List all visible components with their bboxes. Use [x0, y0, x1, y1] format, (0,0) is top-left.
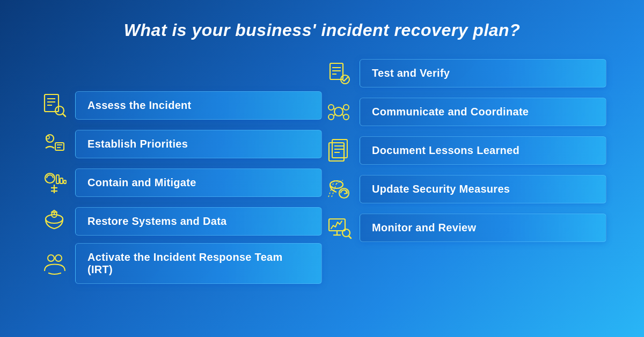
svg-rect-16: [60, 178, 63, 184]
establish-icon: [38, 127, 71, 160]
left-column: Assess the Incident Establish Priorities: [38, 89, 322, 284]
activate-icon: [38, 247, 71, 280]
list-item: Restore Systems and Data: [38, 204, 322, 238]
activate-label: Activate the Incident Response Team (IRT…: [75, 243, 322, 284]
list-item: Assess the Incident: [38, 89, 322, 122]
svg-line-36: [342, 114, 343, 116]
svg-rect-7: [55, 143, 64, 150]
communicate-icon: [322, 95, 355, 128]
update-icon: [322, 172, 355, 206]
page-title: What is your business' incident recovery…: [0, 0, 644, 56]
monitor-label: Monitor and Review: [360, 214, 606, 242]
establish-label: Establish Priorities: [75, 130, 322, 158]
monitor-icon: [322, 211, 355, 244]
document-label: Document Lessons Learned: [360, 136, 606, 165]
svg-point-28: [334, 107, 343, 116]
svg-rect-17: [64, 180, 66, 184]
svg-point-22: [55, 255, 62, 261]
test-icon: [322, 56, 355, 90]
svg-line-51: [349, 236, 351, 238]
communicate-label: Communicate and Coordinate: [360, 98, 606, 126]
svg-point-21: [48, 255, 54, 261]
right-column: Test and Verify Communicate and Coordina…: [322, 56, 606, 284]
list-item: Document Lessons Learned: [322, 134, 606, 167]
svg-point-29: [328, 105, 334, 110]
svg-line-35: [334, 114, 335, 116]
document-icon: [322, 134, 355, 167]
restore-label: Restore Systems and Data: [75, 207, 322, 236]
list-item: Monitor and Review: [322, 211, 606, 244]
assess-label: Assess the Incident: [75, 91, 322, 120]
list-item: Activate the Incident Response Team (IRT…: [38, 243, 322, 284]
list-item: Communicate and Coordinate: [322, 95, 606, 128]
assess-icon: [38, 89, 71, 122]
test-label: Test and Verify: [360, 59, 606, 87]
contain-icon: [38, 166, 71, 199]
restore-icon: [38, 204, 71, 238]
svg-point-31: [328, 114, 334, 120]
list-item: Test and Verify: [322, 56, 606, 90]
svg-point-30: [343, 105, 349, 110]
contain-label: Contain and Mitigate: [75, 169, 322, 197]
list-item: Contain and Mitigate: [38, 166, 322, 199]
svg-rect-0: [45, 94, 58, 112]
main-layout: Assess the Incident Establish Priorities: [0, 56, 644, 284]
svg-line-5: [63, 114, 65, 116]
svg-point-32: [343, 114, 349, 120]
svg-point-18: [46, 215, 63, 223]
update-label: Update Security Measures: [360, 175, 606, 203]
list-item: Establish Priorities: [38, 127, 322, 160]
list-item: Update Security Measures: [322, 172, 606, 206]
svg-rect-15: [56, 175, 59, 184]
